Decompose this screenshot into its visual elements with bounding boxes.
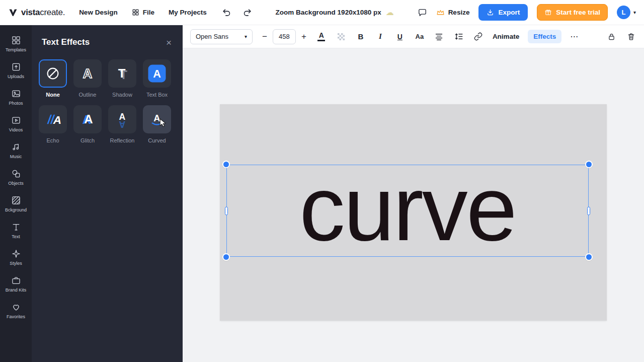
- effect-shadow[interactable]: T T Shadow: [108, 59, 136, 98]
- sidebar-item-text[interactable]: Text: [0, 217, 32, 244]
- design-canvas[interactable]: curve: [220, 104, 607, 321]
- effect-echo-tile: A: [39, 105, 67, 133]
- effect-outline[interactable]: A Outline: [73, 59, 102, 98]
- sidebar-label: Videos: [9, 127, 23, 132]
- download-icon: [487, 9, 494, 16]
- sidebar-label: Text: [12, 234, 20, 239]
- resize-handle-top-left[interactable]: [223, 162, 229, 167]
- sidebar-label: Photos: [9, 101, 23, 106]
- chevron-down-icon: ▾: [633, 10, 636, 15]
- logo-bold: vista: [21, 8, 40, 17]
- effect-reflection[interactable]: A A Reflection: [108, 105, 136, 143]
- font-family-select[interactable]: Open Sans ▾: [190, 29, 253, 44]
- canvas-area[interactable]: curve: [183, 48, 644, 362]
- header-nav: New Design File My Projects: [79, 9, 207, 16]
- resize-handle-left[interactable]: [225, 206, 228, 215]
- line-spacing-button[interactable]: [453, 30, 464, 43]
- text-color-button[interactable]: A: [316, 30, 327, 43]
- styles-icon: [11, 249, 21, 259]
- objects-icon: [11, 169, 21, 179]
- effect-none[interactable]: None: [39, 59, 67, 98]
- effect-label: Echo: [46, 137, 59, 143]
- lock-button[interactable]: [606, 30, 617, 43]
- effects-grid: None A Outline T T Shadow: [32, 57, 183, 146]
- effects-button[interactable]: Effects: [528, 30, 561, 43]
- sidebar-item-music[interactable]: Music: [0, 137, 32, 164]
- document-title[interactable]: Zoom Background 1920x1080 px: [276, 9, 381, 16]
- top-bar: vistacreate. New Design File My Projects: [0, 0, 644, 25]
- sidebar-item-uploads[interactable]: Uploads: [0, 57, 32, 84]
- resize-handle-top-right[interactable]: [586, 162, 592, 167]
- vistacreate-logo[interactable]: vistacreate.: [8, 8, 65, 18]
- account-menu[interactable]: L ▾: [617, 6, 636, 19]
- effect-echo[interactable]: A Echo: [39, 105, 67, 143]
- resize-button[interactable]: Resize: [436, 9, 470, 16]
- underline-button[interactable]: U: [394, 30, 406, 43]
- effect-label: Shadow: [112, 92, 132, 98]
- highlight-color-button[interactable]: [336, 30, 347, 43]
- sidebar-item-background[interactable]: Bckground: [0, 190, 32, 217]
- text-box-effect-icon: A: [147, 63, 167, 84]
- none-effect-icon: [45, 66, 60, 81]
- heart-icon: [11, 302, 21, 312]
- reflection-effect-icon: A A: [114, 111, 131, 128]
- effect-text-box-tile: A: [143, 59, 171, 88]
- more-options-button[interactable]: ⋯: [570, 32, 579, 41]
- sidebar-label: Brand Kits: [6, 287, 27, 293]
- effect-reflection-tile: A A: [108, 105, 136, 133]
- sidebar-item-favorites[interactable]: Favorites: [0, 297, 32, 324]
- new-design-menu[interactable]: New Design: [79, 9, 118, 16]
- uploads-icon: [11, 62, 21, 72]
- svg-text:T: T: [118, 66, 126, 80]
- redo-button[interactable]: [243, 8, 252, 17]
- sidebar-label: Objects: [8, 181, 24, 186]
- start-free-trial-button[interactable]: Start free trial: [537, 4, 608, 21]
- logo-rest: create.: [40, 8, 65, 17]
- svg-text:A: A: [83, 66, 92, 81]
- comments-button[interactable]: [418, 8, 427, 17]
- italic-button[interactable]: I: [375, 30, 386, 43]
- effect-glitch[interactable]: A A Glitch: [73, 105, 102, 143]
- effect-glitch-tile: A A: [73, 105, 102, 133]
- text-element-selection[interactable]: curve: [226, 165, 589, 257]
- text-color-swatch: [317, 40, 325, 41]
- effect-label: Curved: [148, 137, 166, 143]
- background-icon: [11, 195, 21, 205]
- svg-text:A: A: [53, 113, 61, 126]
- sidebar-item-videos[interactable]: Videos: [0, 110, 32, 137]
- sidebar-item-photos[interactable]: Photos: [0, 84, 32, 110]
- effect-label: None: [46, 92, 60, 98]
- font-size-group: − 458 +: [261, 29, 307, 44]
- animate-button[interactable]: Animate: [493, 33, 519, 40]
- resize-handle-bottom-left[interactable]: [223, 254, 229, 260]
- avatar: L: [617, 6, 630, 19]
- text-align-button[interactable]: [434, 30, 445, 43]
- sidebar-item-objects[interactable]: Objects: [0, 164, 32, 190]
- sidebar: Templates Uploads Photos Videos Mus: [0, 25, 32, 362]
- effect-text-box[interactable]: A Text Box: [143, 59, 171, 98]
- delete-button[interactable]: [625, 30, 636, 43]
- effect-shadow-tile: T T: [108, 59, 136, 88]
- file-menu[interactable]: File: [132, 9, 154, 16]
- my-projects-menu[interactable]: My Projects: [169, 9, 207, 16]
- resize-handle-bottom-right[interactable]: [586, 254, 592, 260]
- increase-font-size-button[interactable]: +: [300, 32, 307, 42]
- transparency-checker-icon: [337, 33, 345, 41]
- resize-handle-right[interactable]: [587, 206, 590, 215]
- font-size-value[interactable]: 458: [273, 29, 296, 44]
- sidebar-item-brand-kits[interactable]: Brand Kits: [0, 270, 32, 297]
- link-button[interactable]: [473, 30, 484, 43]
- effect-label: Outline: [79, 92, 97, 98]
- close-icon[interactable]: ×: [166, 38, 172, 47]
- export-button[interactable]: Export: [478, 4, 528, 21]
- cloud-saved-icon: ☁: [386, 9, 394, 17]
- sidebar-item-styles[interactable]: Styles: [0, 244, 32, 270]
- decrease-font-size-button[interactable]: −: [261, 32, 268, 42]
- bold-button[interactable]: B: [355, 30, 366, 43]
- undo-button[interactable]: [222, 8, 231, 17]
- effect-curved[interactable]: A Curved: [143, 105, 171, 143]
- text-case-button[interactable]: Aa: [414, 30, 425, 43]
- sidebar-item-templates[interactable]: Templates: [0, 30, 32, 57]
- canvas-text[interactable]: curve: [299, 163, 516, 254]
- undo-icon: [222, 8, 231, 17]
